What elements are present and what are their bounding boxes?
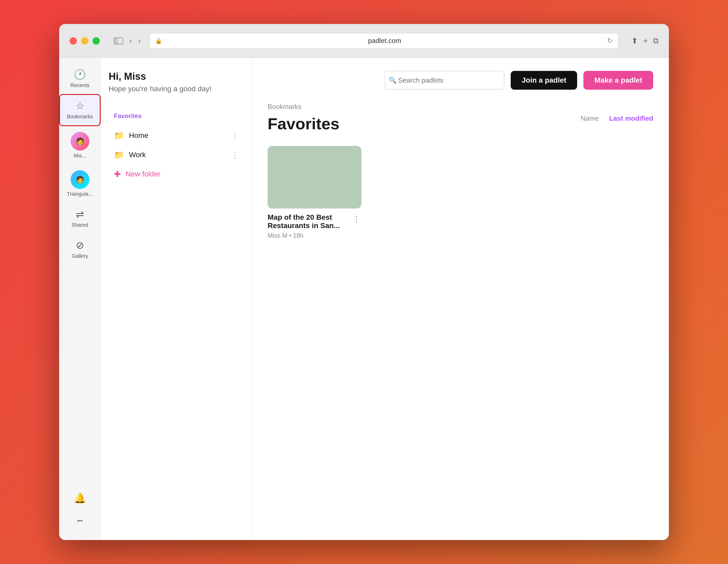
favorites-section-label[interactable]: Favorites bbox=[109, 109, 244, 123]
work-folder-icon: 📁 bbox=[114, 150, 124, 160]
sidebar-item-bookmarks[interactable]: ☆ Bookmarks bbox=[59, 94, 101, 126]
sort-last-modified-label[interactable]: Last modified bbox=[609, 114, 653, 122]
search-icon: 🔍 bbox=[389, 77, 397, 84]
sidebar-item-recents[interactable]: 🕐 Recents bbox=[59, 63, 101, 94]
more-label: ••• bbox=[77, 518, 83, 524]
padlets-grid: Map of the 20 Best Restaurants in San...… bbox=[268, 146, 653, 239]
padlet-card-info: Map of the 20 Best Restaurants in San...… bbox=[268, 213, 351, 239]
recents-icon: 🕐 bbox=[74, 69, 86, 80]
bookmarks-icon: ☆ bbox=[76, 101, 84, 112]
greeting-subtitle: Hope you're having a good day! bbox=[109, 85, 244, 93]
browser-chrome: ‹ › 🔒 padlet.com ↻ ⬆ + ⧉ bbox=[59, 24, 669, 58]
home-folder-icon: 📁 bbox=[114, 131, 124, 140]
padlet-thumbnail bbox=[268, 146, 361, 209]
url-text: padlet.com bbox=[166, 37, 604, 45]
traffic-lights bbox=[70, 37, 100, 45]
sidebar-item-feedback[interactable]: 🔔 bbox=[71, 487, 89, 510]
avatar-miss[interactable]: 🧑 bbox=[71, 132, 89, 151]
nav-item-home[interactable]: 📁 Home ⋮ bbox=[109, 126, 244, 145]
tabs-button[interactable]: ⧉ bbox=[653, 36, 658, 45]
shared-icon: ⇌ bbox=[76, 209, 84, 220]
new-tab-button[interactable]: + bbox=[643, 36, 648, 45]
sort-row: Name Last modified bbox=[581, 114, 653, 122]
work-more-icon[interactable]: ⋮ bbox=[231, 151, 239, 159]
breadcrumb: Bookmarks bbox=[268, 103, 653, 111]
app-content: 🕐 Recents ☆ Bookmarks 🧑 Mis.. bbox=[59, 58, 669, 540]
sidebar-toggle-icon bbox=[114, 38, 123, 44]
padlet-more-button[interactable]: ⋮ bbox=[351, 213, 361, 224]
sidebar-toggle-button[interactable] bbox=[113, 36, 124, 45]
home-folder-label: Home bbox=[129, 131, 227, 140]
padlet-card[interactable]: Map of the 20 Best Restaurants in San...… bbox=[268, 146, 361, 239]
nav-item-new-folder[interactable]: ✚ New folder bbox=[109, 164, 244, 184]
back-button[interactable]: ‹ bbox=[128, 36, 133, 46]
padlet-card-header: Map of the 20 Best Restaurants in San...… bbox=[268, 213, 361, 239]
minimize-button[interactable] bbox=[81, 37, 88, 45]
bookmarks-label: Bookmarks bbox=[67, 114, 93, 120]
browser-actions: ⬆ + ⧉ bbox=[631, 36, 658, 45]
forward-button[interactable]: › bbox=[137, 36, 141, 46]
make-padlet-button[interactable]: Make a padlet bbox=[583, 71, 653, 90]
shared-label: Shared bbox=[71, 222, 88, 228]
sidebar-item-triangula[interactable]: 🧑 Triangula... bbox=[59, 164, 101, 203]
action-bar: 🔍 Join a padlet Make a padlet bbox=[385, 71, 653, 90]
icon-sidebar: 🕐 Recents ☆ Bookmarks 🧑 Mis.. bbox=[59, 58, 101, 540]
search-input[interactable] bbox=[385, 71, 504, 90]
padlet-title: Map of the 20 Best Restaurants in San... bbox=[268, 213, 351, 230]
sidebar-item-miss[interactable]: 🧑 Mis... bbox=[59, 126, 101, 164]
greeting-hi: Hi, Miss bbox=[109, 71, 244, 82]
refresh-button[interactable]: ↻ bbox=[607, 37, 613, 45]
sidebar-bottom: 🔔 ••• bbox=[71, 487, 89, 535]
greeting-section: Hi, Miss Hope you're having a good day! bbox=[109, 71, 244, 93]
nav-sidebar: Hi, Miss Hope you're having a good day! … bbox=[101, 58, 252, 540]
triangula-label: Triangula... bbox=[67, 191, 93, 197]
avatar-triangula[interactable]: 🧑 bbox=[71, 170, 89, 189]
maximize-button[interactable] bbox=[92, 37, 100, 45]
work-folder-label: Work bbox=[129, 151, 227, 159]
main-content: 🔍 Join a padlet Make a padlet Bookmarks … bbox=[252, 58, 669, 540]
address-bar[interactable]: 🔒 padlet.com ↻ bbox=[150, 33, 619, 49]
browser-controls: ‹ › bbox=[113, 36, 142, 46]
lock-icon: 🔒 bbox=[155, 38, 162, 44]
new-folder-label: New folder bbox=[126, 170, 239, 178]
search-wrapper: 🔍 bbox=[385, 71, 504, 90]
page-title: Favorites bbox=[268, 114, 340, 133]
join-padlet-button[interactable]: Join a padlet bbox=[511, 71, 577, 90]
gallery-icon: ⊘ bbox=[76, 240, 84, 251]
share-button[interactable]: ⬆ bbox=[631, 36, 638, 45]
sidebar-item-more[interactable]: ••• bbox=[71, 512, 89, 530]
feedback-icon: 🔔 bbox=[74, 492, 86, 504]
browser-window: ‹ › 🔒 padlet.com ↻ ⬆ + ⧉ 🕐 Recents ☆ Boo… bbox=[59, 24, 669, 540]
gallery-label: Gallery bbox=[72, 253, 88, 259]
sidebar-item-gallery[interactable]: ⊘ Gallery bbox=[59, 234, 101, 265]
close-button[interactable] bbox=[70, 37, 77, 45]
sort-name-label[interactable]: Name bbox=[581, 114, 599, 122]
home-more-icon[interactable]: ⋮ bbox=[231, 131, 239, 140]
nav-item-work[interactable]: 📁 Work ⋮ bbox=[109, 145, 244, 164]
padlet-meta: Miss M • 18h bbox=[268, 232, 351, 239]
new-folder-icon: ✚ bbox=[114, 169, 121, 179]
recents-label: Recents bbox=[70, 82, 89, 88]
miss-label: Mis... bbox=[74, 153, 86, 159]
sidebar-item-shared[interactable]: ⇌ Shared bbox=[59, 203, 101, 234]
main-header: 🔍 Join a padlet Make a padlet bbox=[268, 71, 653, 90]
